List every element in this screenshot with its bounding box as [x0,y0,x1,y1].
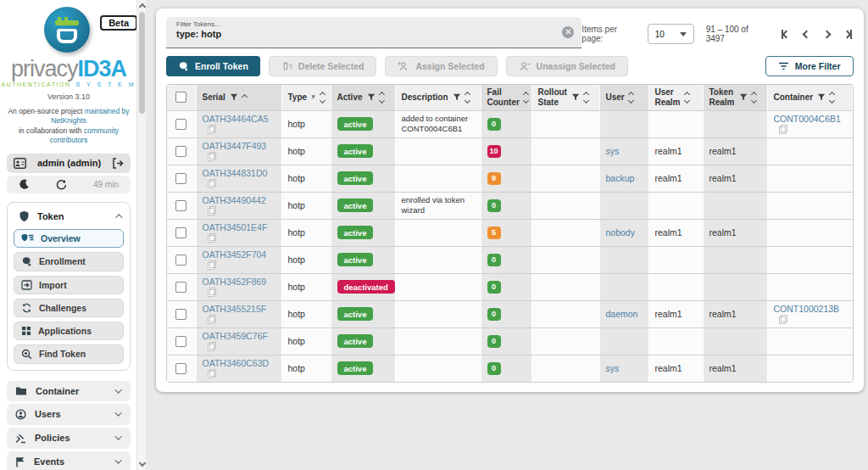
delete-selected-button[interactable]: Delete Selected [269,56,377,76]
copy-icon[interactable] [208,152,214,159]
serial-link[interactable]: OATH344831D0 [203,168,268,178]
column-header-user_realm[interactable]: User Realm [648,85,703,110]
sidebar-item-challenges[interactable]: Challenges [14,299,124,317]
assign-selected-button[interactable]: Assign Selected [385,56,497,76]
unassign-selected-button[interactable]: Unassign Selected [506,56,628,76]
column-header-failcount[interactable]: Fail Counter [481,85,531,110]
more-filter-button[interactable]: More Filter [765,56,854,76]
user-link[interactable]: backup [606,173,635,183]
column-header-container[interactable]: Container [767,85,852,110]
sidebar-item-container[interactable]: Container [7,381,131,401]
column-header-token_realm[interactable]: Token Realm [703,85,767,110]
column-header-select[interactable] [167,85,196,110]
column-header-rollout[interactable]: Rollout State [531,85,599,110]
sort-icon[interactable] [320,92,325,103]
copy-icon[interactable] [208,288,214,295]
filter-funnel-icon[interactable] [453,93,461,101]
clear-filter-icon[interactable]: ✕ [562,26,574,38]
serial-link[interactable]: OATH3455215F [203,304,267,314]
serial-link[interactable]: OATH3459C76F [203,331,268,341]
column-header-serial[interactable]: Serial [196,85,281,110]
token-group-header[interactable]: Token [14,209,124,229]
sort-icon[interactable] [752,92,756,103]
serial-link[interactable]: OATH3447F493 [203,141,267,151]
filter-funnel-icon[interactable] [817,93,826,101]
filter-funnel-icon[interactable] [739,93,748,101]
chevron-up-icon[interactable] [115,214,122,221]
logout-icon[interactable] [112,158,124,169]
serial-link[interactable]: OATH3452F869 [203,277,267,287]
sidebar-item-users[interactable]: Users [7,404,131,425]
row-checkbox[interactable] [175,309,186,320]
sidebar-item-applications[interactable]: Applications [14,322,124,340]
copy-icon[interactable] [208,260,214,268]
user-link[interactable]: sys [606,146,620,156]
copy-icon[interactable] [779,315,786,322]
scroll-up-icon[interactable] [138,3,145,10]
serial-link[interactable]: OATH3452F704 [203,249,267,260]
row-checkbox[interactable] [175,255,186,266]
copy-icon[interactable] [208,342,214,350]
sidebar-item-find-token[interactable]: Find Token [14,344,124,364]
filter-tokens-input[interactable]: Filter Tokens... type: hotp ✕ [166,17,581,48]
row-checkbox[interactable] [175,282,186,293]
column-header-type[interactable]: Type [281,85,331,110]
sort-icon[interactable] [524,92,528,103]
filter-funnel-icon[interactable] [230,93,238,101]
row-checkbox[interactable] [175,146,186,157]
copy-icon[interactable] [208,369,214,377]
row-checkbox[interactable] [175,200,186,211]
next-page-button[interactable] [824,31,830,37]
sidebar-item-events[interactable]: Events [7,451,131,470]
sidebar-item-overview[interactable]: Overview [14,229,124,248]
copy-icon[interactable] [208,125,214,132]
filter-funnel-icon[interactable] [571,93,580,101]
copy-icon[interactable] [208,315,214,322]
serial-link[interactable]: OATH34464CA5 [203,114,269,124]
scrollbar-thumb[interactable] [139,12,145,114]
sort-icon[interactable] [629,92,633,103]
filter-funnel-icon[interactable] [311,93,315,101]
sort-icon[interactable] [685,92,689,103]
sort-icon[interactable] [584,92,588,103]
serial-link[interactable]: OATH34490442 [203,195,266,205]
scroll-down-icon[interactable] [138,460,145,467]
copy-icon[interactable] [208,233,214,241]
last-page-button[interactable] [844,30,852,39]
filter-funnel-icon[interactable] [367,93,376,101]
select-all-checkbox[interactable] [175,92,186,103]
page-size-select[interactable]: 10 [648,24,694,44]
column-header-description[interactable]: Description [395,85,481,110]
container-link[interactable]: CONT0004C6B1 [774,114,841,124]
container-link[interactable]: CONT1000213B [774,304,840,314]
row-checkbox[interactable] [175,119,186,130]
dark-mode-moon-icon[interactable] [19,179,30,190]
copy-icon[interactable] [208,206,214,214]
sort-icon[interactable] [465,92,470,103]
column-header-user[interactable]: User [599,85,648,110]
row-checkbox[interactable] [175,173,186,184]
sidebar-item-import[interactable]: Import [14,276,124,294]
sidebar-scrollbar[interactable] [136,0,146,470]
user-link[interactable]: nobody [606,227,635,238]
row-checkbox[interactable] [175,363,186,374]
column-header-active[interactable]: Active [331,85,395,110]
sort-icon[interactable] [830,92,834,103]
enroll-token-button[interactable]: Enroll Token [166,56,260,76]
user-link[interactable]: sys [606,363,620,373]
previous-page-button[interactable] [804,31,810,37]
sidebar-item-enrollment[interactable]: Enrollment [14,252,124,271]
copy-icon[interactable] [779,125,786,132]
sort-asc-icon[interactable] [242,95,247,99]
sidebar-item-policies[interactable]: Policies [7,428,131,449]
row-checkbox[interactable] [175,336,186,347]
project-byline: An open-source project maintained by Net… [7,107,131,146]
row-checkbox[interactable] [175,227,186,238]
serial-link[interactable]: OATH34501E4F [203,222,268,232]
refresh-icon[interactable] [56,179,67,190]
sort-icon[interactable] [380,92,384,103]
first-page-button[interactable] [782,30,789,39]
serial-link[interactable]: OATH3460C63D [203,358,270,368]
user-link[interactable]: daemon [606,309,638,319]
copy-icon[interactable] [208,179,214,187]
